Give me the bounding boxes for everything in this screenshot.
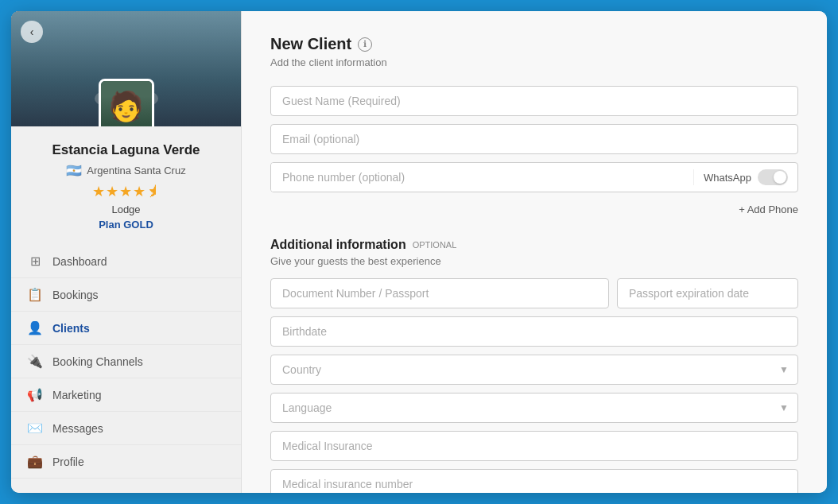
lodge-name: Estancia Laguna Verde	[24, 142, 228, 158]
phone-row: WhatsApp	[270, 162, 798, 192]
passport-expiry-input[interactable]	[617, 278, 798, 308]
section-title-text: Additional information	[270, 238, 406, 252]
location-row: 🇦🇷 Argentina Santa Cruz	[24, 163, 228, 178]
sidebar-header: ‹	[11, 11, 241, 126]
star-half: ⯨	[146, 184, 161, 200]
email-input[interactable]	[270, 124, 798, 154]
main-content: New Client ℹ Add the client information …	[242, 11, 827, 493]
sidebar-item-dashboard[interactable]: ⊞ Dashboard	[11, 245, 241, 278]
additional-info-header: Additional information OPTIONAL Give you…	[270, 238, 798, 267]
sidebar-nav: ⊞ Dashboard 📋 Bookings 👤 Clients 🔌 Booki…	[11, 238, 241, 493]
whatsapp-label: WhatsApp	[704, 172, 751, 184]
language-select-wrapper: Language ▼	[270, 393, 798, 423]
sidebar-item-messages[interactable]: ✉️ Messages	[11, 412, 241, 445]
sidebar-label-dashboard: Dashboard	[52, 255, 107, 268]
sidebar-label-messages: Messages	[52, 422, 103, 435]
sidebar-item-profile[interactable]: 💼 Profile	[11, 445, 241, 479]
lodge-type: Lodge	[24, 204, 228, 215]
avatar-image	[101, 81, 152, 126]
sidebar-label-bookings: Bookings	[52, 289, 99, 301]
sidebar-item-clients[interactable]: 👤 Clients	[11, 312, 241, 345]
info-icon[interactable]: ℹ	[358, 37, 372, 52]
whatsapp-section: WhatsApp	[693, 169, 797, 185]
sidebar-label-marketing: Marketing	[52, 389, 101, 401]
sidebar-item-bookings[interactable]: 📋 Bookings	[11, 278, 241, 312]
add-phone-button[interactable]: + Add Phone	[739, 200, 798, 219]
country-select[interactable]: Country	[270, 355, 798, 385]
sidebar-item-marketing[interactable]: 📢 Marketing	[11, 378, 241, 412]
messages-icon: ✉️	[27, 421, 43, 436]
whatsapp-toggle[interactable]	[758, 169, 788, 185]
app-container: ‹ Estancia Laguna Verde 🇦🇷 Argentina San…	[0, 0, 838, 504]
phone-input[interactable]	[271, 163, 693, 192]
stars-row: ★ ★ ★ ★ ⯨	[24, 183, 228, 200]
clients-icon: 👤	[27, 320, 43, 335]
star-2: ★	[106, 183, 118, 200]
lodge-info: Estancia Laguna Verde 🇦🇷 Argentina Santa…	[11, 126, 241, 238]
back-button[interactable]: ‹	[21, 21, 43, 43]
optional-badge: OPTIONAL	[413, 240, 457, 250]
star-3: ★	[119, 183, 132, 200]
page-header: New Client ℹ	[270, 35, 798, 53]
sidebar-label-profile: Profile	[52, 456, 84, 468]
sidebar-label-clients: Clients	[52, 322, 90, 335]
document-row	[270, 278, 798, 308]
guest-name-input[interactable]	[270, 86, 798, 116]
medical-insurance-input[interactable]	[270, 431, 798, 461]
birthdate-input[interactable]	[270, 316, 798, 347]
flag-icon: 🇦🇷	[66, 163, 82, 178]
star-4: ★	[133, 183, 145, 200]
document-input[interactable]	[270, 278, 609, 308]
country-select-wrapper: Country ▼	[270, 355, 798, 385]
plan-badge: Plan GOLD	[24, 219, 228, 231]
section-title: Additional information OPTIONAL	[270, 238, 798, 252]
add-phone-row: + Add Phone	[270, 200, 798, 219]
page-subtitle: Add the client information	[270, 56, 798, 68]
star-1: ★	[92, 183, 105, 200]
app-window: ‹ Estancia Laguna Verde 🇦🇷 Argentina San…	[11, 11, 827, 493]
medical-insurance-number-input[interactable]	[270, 469, 798, 493]
location-text: Argentina Santa Cruz	[87, 165, 185, 176]
marketing-icon: 📢	[27, 387, 43, 402]
toggle-knob	[774, 171, 786, 184]
language-select[interactable]: Language	[270, 393, 798, 423]
profile-icon: 💼	[27, 454, 43, 469]
dashboard-icon: ⊞	[27, 254, 43, 269]
sidebar-item-booking-channels[interactable]: 🔌 Booking Channels	[11, 345, 241, 378]
section-subtitle: Give your guests the best experience	[270, 255, 798, 267]
avatar	[99, 79, 154, 126]
page-title: New Client	[270, 35, 351, 53]
bookings-icon: 📋	[27, 287, 43, 302]
sidebar: ‹ Estancia Laguna Verde 🇦🇷 Argentina San…	[11, 11, 242, 493]
sidebar-label-booking-channels: Booking Channels	[52, 355, 143, 368]
booking-channels-icon: 🔌	[27, 354, 43, 369]
